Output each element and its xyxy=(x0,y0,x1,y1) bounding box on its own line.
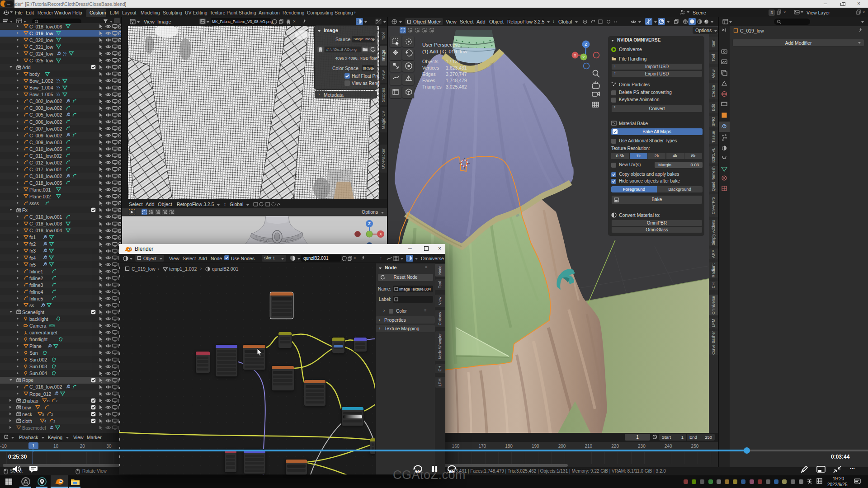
svg-text:X: X xyxy=(574,53,576,57)
svg-text:Vertices: Vertices xyxy=(422,65,439,70)
svg-text:10: 10 xyxy=(415,469,420,474)
svg-text:30: 30 xyxy=(449,469,454,474)
svg-text:3,370,747: 3,370,747 xyxy=(446,71,467,77)
svg-text:Triangles: Triangles xyxy=(422,84,442,89)
svg-text:1,748,479: 1,748,479 xyxy=(446,78,467,83)
svg-text:1 / 131: 1 / 131 xyxy=(446,59,460,64)
svg-text:User Perspective: User Perspective xyxy=(422,42,460,47)
svg-text:Y: Y xyxy=(582,55,585,59)
svg-text:X: X xyxy=(379,232,382,236)
svg-text:Z: Z xyxy=(368,221,371,226)
svg-text:3,025,462: 3,025,462 xyxy=(446,84,467,89)
svg-text:Faces: Faces xyxy=(422,78,435,83)
svg-text:(1) Add | C_019_low: (1) Add | C_019_low xyxy=(422,49,467,54)
svg-text:Objects: Objects xyxy=(422,59,439,64)
svg-text:Edges: Edges xyxy=(422,71,436,77)
svg-text:1,623,431: 1,623,431 xyxy=(446,65,467,70)
svg-text:Z: Z xyxy=(585,42,587,47)
